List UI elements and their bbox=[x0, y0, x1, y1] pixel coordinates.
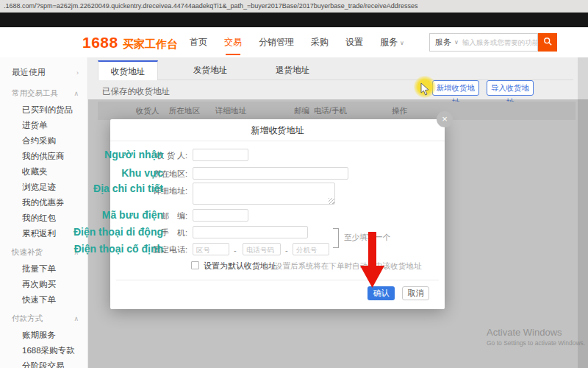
sidebar-item-contract-purchase[interactable]: 合约采购 bbox=[0, 133, 87, 149]
main-nav: 首页 交易 分销管理 采购 设置 服务∨ bbox=[190, 27, 404, 57]
nav-settings[interactable]: 设置 bbox=[345, 27, 363, 57]
landline-area-code-input[interactable] bbox=[193, 243, 229, 255]
header-search: 服务 ∨ bbox=[429, 33, 557, 52]
sidebar-section-label: 快速补货 bbox=[12, 247, 43, 258]
mobile-input[interactable] bbox=[193, 226, 308, 238]
search-box: 服务 ∨ bbox=[429, 33, 538, 52]
viet-annotation-receiver: Người nhận bbox=[104, 149, 163, 160]
sidebar-section-label: 常用交易工具 bbox=[12, 88, 58, 99]
red-arrow-annotation bbox=[358, 232, 387, 292]
sidebar-item-buy-again[interactable]: 再次购买 bbox=[0, 277, 87, 292]
chevron-right-icon: › bbox=[76, 69, 79, 77]
close-icon[interactable]: × bbox=[437, 111, 453, 127]
nav-trade[interactable]: 交易 bbox=[224, 27, 242, 57]
zipcode-input[interactable] bbox=[193, 209, 248, 222]
tab-receive-address[interactable]: 收货地址 bbox=[98, 60, 158, 80]
search-button[interactable] bbox=[538, 33, 557, 52]
sidebar-item-1688-procurement-fund[interactable]: 1688采购专款 bbox=[0, 343, 87, 358]
default-address-checkbox[interactable] bbox=[191, 261, 199, 269]
sidebar-item-recently-used[interactable]: 最近使用› bbox=[0, 63, 87, 82]
detail-address-textarea[interactable] bbox=[193, 183, 335, 205]
sidebar-section-common-trade-tools[interactable]: 常用交易工具∧ bbox=[0, 84, 87, 102]
watermark-line2: Go to Settings to activate Windows. bbox=[487, 339, 585, 347]
sidebar-item-staged-transaction[interactable]: 分阶段交易 bbox=[0, 358, 87, 368]
sidebar-item-batch-order[interactable]: 批量下单 bbox=[0, 261, 87, 277]
viet-annotation-detail-address: Địa chỉ chi tiết bbox=[93, 183, 163, 194]
mouse-cursor-icon bbox=[420, 82, 432, 99]
sidebar-item-favorites[interactable]: 收藏夹 bbox=[0, 164, 87, 180]
logo-workbench-text: 买家工作台 bbox=[123, 38, 178, 52]
sidebar-item-browsing-history[interactable]: 浏览足迹 bbox=[0, 180, 87, 195]
default-address-hint: 设置后系统将在下单时自动选中该收货地址 bbox=[275, 261, 422, 272]
nav-purchase[interactable]: 采购 bbox=[311, 27, 329, 57]
viet-annotation-zipcode: Mã bưu điện bbox=[102, 209, 163, 221]
dash-separator: - bbox=[285, 246, 288, 255]
receiver-input[interactable] bbox=[193, 149, 248, 161]
browser-address-bar[interactable]: .1688.com/?spm=a262jm.22620049.quickentr… bbox=[0, 0, 588, 13]
site-header: 1688 买家工作台 首页 交易 分销管理 采购 设置 服务∨ 服务 ∨ bbox=[0, 27, 588, 57]
sidebar-item-purchase-list[interactable]: 进货单 bbox=[0, 118, 87, 133]
tab-ship-address[interactable]: 发货地址 bbox=[180, 60, 240, 80]
search-icon bbox=[543, 37, 553, 49]
sidebar-section-payment-methods[interactable]: 付款方式∧ bbox=[0, 309, 87, 328]
nav-distribution[interactable]: 分销管理 bbox=[259, 27, 294, 57]
page: .1688.com/?spm=a262jm.22620049.quickentr… bbox=[0, 0, 588, 368]
viet-annotation-mobile: Điện thoại di động bbox=[74, 226, 163, 238]
watermark-line1: Activate Windows bbox=[487, 327, 585, 338]
address-action-buttons: 新增收货地址 导入收货地址 bbox=[432, 80, 534, 96]
nav-service[interactable]: 服务∨ bbox=[380, 27, 404, 57]
landline-extension-input[interactable] bbox=[293, 243, 329, 255]
dash-separator: - bbox=[234, 246, 237, 255]
sidebar-item-quick-order[interactable]: 快速下单 bbox=[0, 292, 87, 308]
site-logo[interactable]: 1688 买家工作台 bbox=[82, 34, 178, 52]
chevron-up-icon: ∧ bbox=[74, 90, 79, 97]
sidebar-section-label: 付款方式 bbox=[12, 314, 43, 324]
search-input[interactable] bbox=[462, 38, 537, 46]
address-tabs: 收货地址 发货地址 退货地址 bbox=[98, 60, 573, 80]
sidebar-item-my-red-packets[interactable]: 我的红包 bbox=[0, 210, 87, 226]
cancel-button[interactable]: 取消 bbox=[402, 286, 429, 300]
sidebar-item-my-coupons[interactable]: 我的优惠券 bbox=[0, 195, 87, 210]
chevron-down-icon: ∨ bbox=[400, 40, 404, 46]
sidebar-label: 最近使用 bbox=[12, 67, 46, 78]
modal-title: 新增收货地址 bbox=[110, 119, 445, 141]
import-address-button[interactable]: 导入收货地址 bbox=[487, 80, 534, 96]
search-category-select[interactable]: 服务 bbox=[430, 37, 454, 48]
viet-annotation-landline: Điện thoại cố định bbox=[74, 243, 163, 255]
modal-footer-divider bbox=[116, 280, 439, 280]
sidebar: 最近使用› 常用交易工具∧ 已买到的货品 进货单 合约采购 我的供应商 收藏夹 … bbox=[0, 57, 88, 368]
tab-return-address[interactable]: 退货地址 bbox=[262, 60, 323, 80]
saved-addresses-label: 已保存的收货地址 bbox=[102, 86, 170, 97]
sidebar-item-credit-term-service[interactable]: 账期服务 bbox=[0, 328, 87, 343]
top-dark-bar bbox=[0, 13, 588, 27]
landline-number-input[interactable] bbox=[243, 243, 281, 255]
add-address-button[interactable]: 新增收货地址 bbox=[432, 80, 479, 96]
sidebar-item-my-suppliers[interactable]: 我的供应商 bbox=[0, 149, 87, 164]
chevron-down-icon: ∨ bbox=[454, 39, 459, 46]
logo-1688: 1688 bbox=[82, 34, 118, 52]
sidebar-item-purchased-goods[interactable]: 已买到的货品 bbox=[0, 102, 87, 118]
viet-annotation-region: Khu vực bbox=[121, 167, 163, 179]
at-least-one-bracket bbox=[333, 228, 339, 248]
chevron-up-icon: ∧ bbox=[74, 315, 79, 322]
default-address-checkbox-label[interactable]: 设置为默认收货地址 bbox=[204, 261, 276, 272]
region-input[interactable] bbox=[193, 167, 348, 180]
nav-service-label: 服务 bbox=[380, 37, 398, 47]
nav-home[interactable]: 首页 bbox=[190, 27, 207, 57]
resize-handle-icon[interactable] bbox=[329, 198, 334, 204]
windows-activation-watermark: Activate Windows Go to Settings to activ… bbox=[487, 327, 585, 347]
